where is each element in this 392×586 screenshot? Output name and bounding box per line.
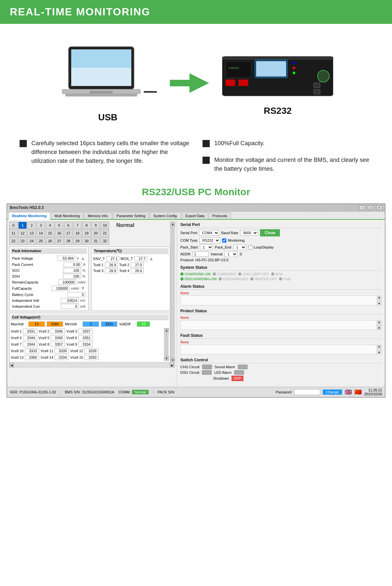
cell-30[interactable]: 30 bbox=[82, 237, 91, 245]
monitoring-checkbox-label[interactable]: Monitoring bbox=[222, 238, 244, 243]
cell-17[interactable]: 17 bbox=[64, 230, 73, 237]
cell-32[interactable]: 32 bbox=[101, 237, 109, 245]
tab-parameter[interactable]: Parameter Setting bbox=[113, 212, 149, 219]
sound-toggle[interactable] bbox=[238, 365, 248, 369]
led-toggle[interactable] bbox=[234, 370, 244, 375]
alarm-scroll-down[interactable]: ▼ bbox=[377, 302, 381, 305]
pack-scroll-down[interactable]: ▼ bbox=[171, 358, 175, 362]
pack-end-select[interactable]: 1 bbox=[233, 244, 246, 250]
fault-scroll-down[interactable]: ▼ bbox=[377, 351, 381, 354]
interval-unit: S bbox=[239, 252, 242, 256]
cell-29[interactable]: 29 bbox=[73, 237, 82, 245]
com-port-select[interactable]: COM4 bbox=[199, 230, 219, 236]
vcell12-val: 3339 bbox=[84, 348, 99, 353]
pack-start-select[interactable]: 1 bbox=[200, 244, 213, 250]
cell-6[interactable]: 6 bbox=[64, 222, 73, 229]
vcell4-val: 3344 bbox=[23, 335, 37, 340]
tab-system-config[interactable]: System Config. bbox=[150, 212, 181, 219]
chg-toggle[interactable] bbox=[202, 365, 212, 369]
cell-19[interactable]: 19 bbox=[82, 230, 91, 237]
fault-scrollbar[interactable]: ▲ ▼ bbox=[377, 345, 381, 354]
charging-on-dot bbox=[180, 272, 184, 276]
cell-4[interactable]: 4 bbox=[46, 222, 54, 229]
cell-21[interactable]: 21 bbox=[101, 230, 109, 237]
tab-memory[interactable]: Memory Info. bbox=[84, 212, 112, 219]
addr-interval-row: ADDR Interval 1 S bbox=[180, 251, 382, 257]
cell-5[interactable]: 5 bbox=[55, 222, 63, 229]
cell-7[interactable]: 7 bbox=[73, 222, 82, 229]
change-password-button[interactable]: Change bbox=[323, 389, 342, 395]
protect-scrollbar[interactable]: ▲ ▼ bbox=[377, 320, 381, 330]
cell-9[interactable]: 9 bbox=[91, 222, 100, 229]
cell-25[interactable]: 25 bbox=[37, 237, 45, 245]
cell-0[interactable]: 0 bbox=[9, 222, 18, 229]
alarm-scroll-up[interactable]: ▲ bbox=[377, 296, 381, 299]
dsg-toggle[interactable] bbox=[202, 370, 212, 375]
soh-row: SOH 100 % bbox=[11, 273, 87, 279]
cell-2[interactable]: 2 bbox=[27, 222, 36, 229]
cell-14[interactable]: 14 bbox=[37, 230, 45, 237]
cell-15[interactable]: 15 bbox=[46, 230, 54, 237]
minimize-button[interactable]: − bbox=[359, 205, 365, 210]
cell-27[interactable]: 27 bbox=[55, 237, 63, 245]
interval-select[interactable]: 1 bbox=[224, 251, 237, 257]
pack-info-scrollbar[interactable]: ▲ ▼ bbox=[170, 222, 175, 362]
tab-realtime[interactable]: Realtime Monitoring bbox=[8, 212, 50, 220]
loop-display-label[interactable]: LoopDisplay bbox=[248, 245, 274, 250]
loop-display-checkbox[interactable] bbox=[248, 245, 253, 250]
cell-12[interactable]: 12 bbox=[18, 230, 27, 237]
shutdown-val[interactable]: OFF bbox=[232, 376, 243, 381]
cell-13[interactable]: 13 bbox=[27, 230, 36, 237]
protect-scroll-down[interactable]: ▼ bbox=[377, 326, 381, 330]
discharging-dot bbox=[219, 277, 222, 281]
close-serial-button[interactable]: Close bbox=[260, 229, 280, 236]
datetime-display: 11:26:21 2023/10/26 bbox=[364, 388, 382, 396]
chg-circuit-row: CHG Circuit Sound Alarm bbox=[180, 365, 382, 369]
scroll-down-btn[interactable]: ▼ bbox=[164, 356, 169, 361]
protect-scroll-up[interactable]: ▲ bbox=[377, 320, 381, 324]
cell-31[interactable]: 31 bbox=[91, 237, 100, 245]
cell-24[interactable]: 24 bbox=[27, 237, 36, 245]
cell-3[interactable]: 3 bbox=[37, 222, 45, 229]
fault-scroll-up[interactable]: ▲ bbox=[377, 345, 381, 348]
cell-20[interactable]: 20 bbox=[91, 230, 100, 237]
scroll-up-btn[interactable]: ▲ bbox=[164, 328, 169, 333]
pack-scroll-up[interactable]: ▲ bbox=[171, 222, 175, 226]
vcell11-val: 3339 bbox=[55, 348, 69, 353]
addr-input[interactable] bbox=[192, 251, 209, 257]
fault-value: None bbox=[180, 340, 189, 344]
cell-18[interactable]: 18 bbox=[73, 230, 82, 237]
com-type-select[interactable]: RS232 bbox=[199, 237, 220, 243]
scroll-right-btn[interactable]: ▶ bbox=[170, 363, 174, 368]
env-t-val: 27.1 bbox=[106, 256, 119, 261]
minvolt-label: MinVolt bbox=[65, 322, 81, 326]
svg-rect-21 bbox=[314, 89, 320, 94]
cell-28[interactable]: 28 bbox=[64, 237, 73, 245]
cell-1[interactable]: 1 bbox=[18, 222, 27, 229]
connection-arrow-wrap bbox=[170, 73, 209, 93]
maximize-button[interactable]: □ bbox=[368, 205, 374, 210]
cell-26[interactable]: 26 bbox=[46, 237, 54, 245]
password-input[interactable] bbox=[294, 389, 320, 395]
cv-title: Cell Voltage(mV) bbox=[11, 315, 169, 320]
vcell-scrollbar[interactable]: ▲ ▼ bbox=[164, 328, 169, 361]
baud-rate-select[interactable]: 9600 bbox=[240, 230, 258, 236]
cell-23[interactable]: 23 bbox=[18, 237, 27, 245]
monitoring-checkbox[interactable] bbox=[222, 238, 226, 243]
alarm-scrollbar[interactable]: ▲ ▼ bbox=[377, 296, 381, 305]
cell-10[interactable]: 10 bbox=[101, 222, 109, 229]
cell-16[interactable]: 16 bbox=[55, 230, 63, 237]
addr-label: ADDR bbox=[180, 252, 190, 256]
cell-8[interactable]: 8 bbox=[82, 222, 91, 229]
tab-protocols[interactable]: Protocols bbox=[209, 212, 231, 219]
close-button[interactable]: × bbox=[376, 205, 382, 210]
serial-port-label: Serial Port bbox=[180, 222, 382, 228]
cell-22[interactable]: 22 bbox=[9, 237, 18, 245]
tab-multi[interactable]: Multi Monitoring bbox=[51, 212, 84, 219]
horizontal-scrollbar[interactable]: ◀ ▶ bbox=[9, 363, 175, 368]
tab-export[interactable]: Export Data bbox=[182, 212, 208, 219]
cell-11[interactable]: 11 bbox=[9, 230, 18, 237]
feature-text-3: Monitor the voltage and current of the B… bbox=[214, 156, 372, 173]
scroll-left-btn[interactable]: ◀ bbox=[9, 363, 14, 368]
fault-label: Fault Status bbox=[180, 333, 382, 339]
